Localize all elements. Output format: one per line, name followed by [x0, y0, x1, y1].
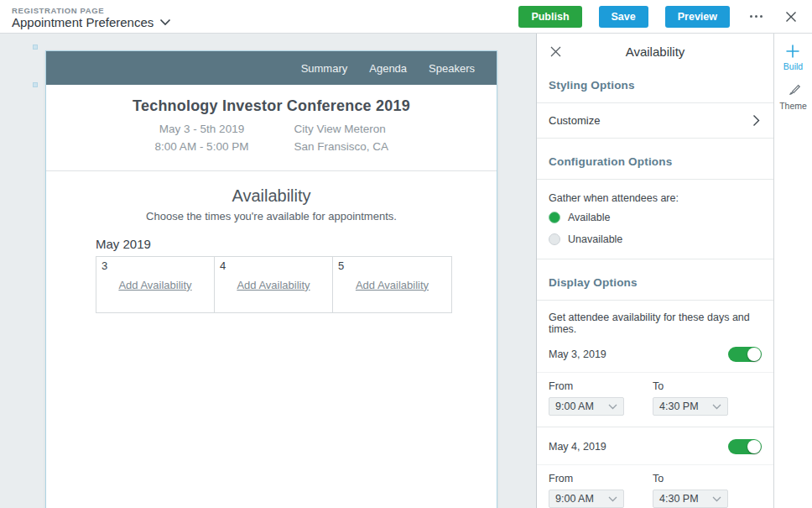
publish-button[interactable]: Publish	[518, 6, 581, 28]
preview-button[interactable]: Preview	[665, 6, 730, 28]
configuration-options-header: Configuration Options	[549, 155, 762, 168]
radio-available[interactable]: Available	[537, 207, 773, 228]
ellipsis-icon	[750, 15, 763, 18]
day-settings-group: May 3, 2019 From 9:00 AM To 4:30 PM	[537, 335, 773, 427]
tab-speakers[interactable]: Speakers	[429, 62, 475, 75]
tab-summary[interactable]: Summary	[301, 62, 348, 75]
chevron-down-icon	[159, 18, 171, 26]
editor-mode-toolbar: Build Theme	[773, 34, 812, 508]
add-availability-link[interactable]: Add Availability	[333, 279, 451, 291]
to-time-value: 4:30 PM	[659, 401, 699, 412]
month-label: May 2019	[96, 237, 497, 251]
event-venue: City View Meteron	[294, 121, 395, 139]
availability-settings-panel: Availability Styling Options Customize C…	[536, 34, 773, 508]
from-label: From	[549, 380, 624, 392]
top-bar: REGISTRATION PAGE Appointment Preference…	[0, 0, 812, 34]
page-type-label: REGISTRATION PAGE	[12, 6, 171, 15]
chevron-down-icon	[712, 496, 721, 502]
to-label: To	[653, 473, 728, 484]
build-label: Build	[783, 61, 803, 71]
add-availability-link[interactable]: Add Availability	[215, 279, 332, 291]
selection-handle[interactable]	[33, 45, 38, 50]
from-time-value: 9:00 AM	[555, 401, 594, 412]
panel-title: Availability	[562, 45, 748, 59]
radio-unavailable-label: Unavailable	[568, 233, 622, 245]
plus-icon	[785, 44, 800, 59]
availability-subheading: Choose the times you're available for ap…	[46, 210, 497, 223]
customize-label: Customize	[549, 114, 600, 127]
design-canvas: Summary Agenda Speakers Technology Inves…	[0, 34, 536, 508]
add-availability-link[interactable]: Add Availability	[96, 279, 214, 291]
chevron-down-icon	[712, 404, 721, 410]
availability-calendar: 3 Add Availability 4 Add Availability 5 …	[96, 256, 452, 313]
calendar-day-number: 3	[102, 259, 107, 272]
page-selector-value: Appointment Preferences	[12, 15, 154, 29]
radio-button-icon	[549, 233, 560, 245]
close-icon	[784, 10, 798, 24]
panel-header: Availability	[537, 34, 773, 62]
availability-widget: Availability Choose the times you're ava…	[46, 171, 497, 313]
close-panel-button[interactable]	[549, 45, 562, 59]
from-time-select[interactable]: 9:00 AM	[549, 397, 624, 416]
to-label: To	[653, 380, 728, 392]
calendar-day-number: 5	[338, 259, 344, 272]
display-options-hint: Get attendee availability for these days…	[537, 301, 773, 335]
to-time-select[interactable]: 4:30 PM	[653, 490, 728, 508]
page-selector-group: REGISTRATION PAGE Appointment Preference…	[12, 4, 171, 29]
day-date-label: May 3, 2019	[549, 348, 606, 360]
from-time-select[interactable]: 9:00 AM	[549, 490, 624, 508]
to-time-value: 4:30 PM	[659, 493, 699, 505]
workspace: Summary Agenda Speakers Technology Inves…	[0, 34, 812, 508]
display-options-header: Display Options	[549, 276, 762, 289]
from-time-value: 9:00 AM	[555, 493, 594, 505]
chevron-right-icon	[752, 114, 760, 127]
event-summary: Technology Investor Conference 2019 May …	[46, 85, 497, 171]
preview-nav-bar: Summary Agenda Speakers	[46, 51, 497, 85]
event-time-range: 8:00 AM - 5:00 PM	[148, 139, 256, 156]
styling-options-header: Styling Options	[549, 79, 762, 92]
calendar-day-number: 4	[220, 259, 226, 272]
close-editor-button[interactable]	[782, 8, 800, 26]
save-button[interactable]: Save	[599, 6, 648, 28]
to-time-select[interactable]: 4:30 PM	[653, 397, 728, 416]
event-title: Technology Investor Conference 2019	[46, 97, 497, 115]
gather-label: Gather when attendees are:	[537, 180, 773, 207]
radio-button-icon	[549, 212, 560, 223]
paintbrush-icon	[786, 84, 800, 98]
event-date-range: May 3 - 5th 2019	[148, 121, 256, 139]
radio-available-label: Available	[568, 212, 611, 223]
day-settings-group: May 4, 2019 From 9:00 AM To 4:30 PM	[537, 427, 773, 508]
theme-label: Theme	[779, 101, 807, 111]
from-label: From	[549, 473, 624, 484]
customize-row[interactable]: Customize	[537, 103, 773, 138]
chevron-down-icon	[608, 404, 617, 410]
availability-heading: Availability	[46, 186, 497, 206]
top-bar-actions: Publish Save Preview	[518, 6, 800, 28]
page-selector-dropdown[interactable]: Appointment Preferences	[12, 15, 171, 29]
divider	[537, 259, 773, 259]
event-city: San Fransisco, CA	[294, 139, 395, 156]
day-toggle[interactable]	[728, 347, 762, 362]
close-icon	[549, 45, 562, 58]
selection-handle[interactable]	[33, 82, 38, 87]
more-options-button[interactable]	[747, 8, 765, 26]
calendar-cell: 4 Add Availability	[215, 257, 333, 312]
build-tool[interactable]: Build	[783, 44, 803, 71]
day-date-label: May 4, 2019	[549, 441, 606, 453]
theme-tool[interactable]: Theme	[779, 84, 807, 111]
calendar-cell: 3 Add Availability	[96, 257, 215, 312]
calendar-cell: 5 Add Availability	[333, 257, 451, 312]
radio-unavailable[interactable]: Unavailable	[537, 228, 773, 250]
chevron-down-icon	[608, 496, 617, 502]
tab-agenda[interactable]: Agenda	[369, 62, 407, 75]
divider	[537, 138, 773, 139]
day-toggle[interactable]	[728, 439, 762, 454]
registration-page-preview[interactable]: Summary Agenda Speakers Technology Inves…	[45, 50, 497, 508]
